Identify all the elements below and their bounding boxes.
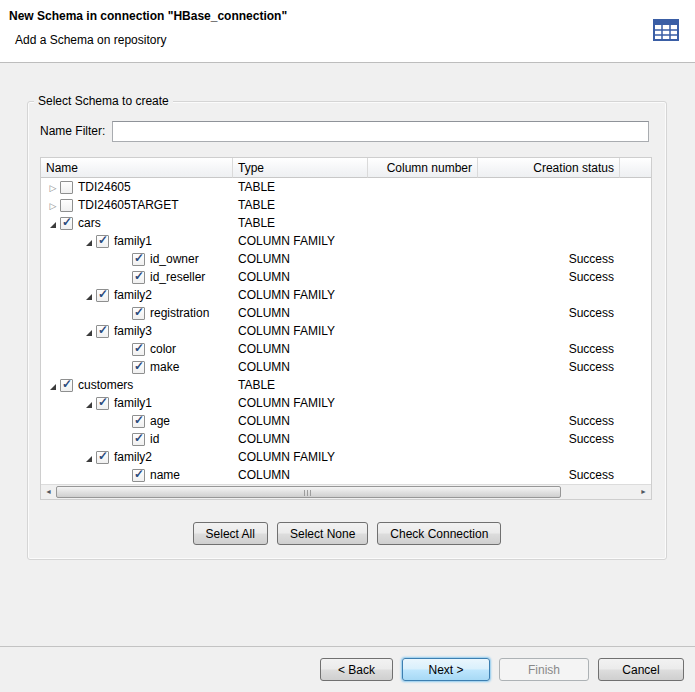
- finish-button[interactable]: Finish: [499, 658, 589, 681]
- row-filler: [620, 268, 651, 286]
- select-schema-group: Select Schema to create Name Filter: Nam…: [27, 101, 667, 560]
- column-header-creation-status[interactable]: Creation status: [478, 158, 620, 178]
- row-name: registration: [150, 306, 209, 320]
- next-button[interactable]: Next >: [402, 658, 490, 681]
- table-row[interactable]: family1COLUMN FAMILY: [41, 394, 651, 412]
- collapse-icon[interactable]: [82, 398, 96, 408]
- expand-icon[interactable]: [46, 180, 60, 195]
- collapse-icon[interactable]: [82, 290, 96, 300]
- cancel-button[interactable]: Cancel: [598, 658, 684, 681]
- row-filler: [620, 448, 651, 466]
- table-row[interactable]: id_resellerCOLUMNSuccess: [41, 268, 651, 286]
- table-row[interactable]: family2COLUMN FAMILY: [41, 448, 651, 466]
- row-type: COLUMN: [233, 358, 368, 376]
- check-connection-button[interactable]: Check Connection: [377, 522, 501, 545]
- row-column-number: [368, 250, 478, 268]
- scroll-right-icon[interactable]: ►: [636, 485, 651, 499]
- row-checkbox[interactable]: [60, 199, 73, 212]
- row-column-number: [368, 268, 478, 286]
- table-row[interactable]: family3COLUMN FAMILY: [41, 322, 651, 340]
- expand-icon[interactable]: [46, 198, 60, 213]
- row-column-number: [368, 394, 478, 412]
- row-checkbox[interactable]: [132, 343, 145, 356]
- row-checkbox[interactable]: [96, 235, 109, 248]
- tree-indent: [41, 295, 82, 296]
- row-checkbox[interactable]: [96, 397, 109, 410]
- row-creation-status: [478, 286, 620, 304]
- tree-indent: [41, 439, 118, 440]
- table-row[interactable]: family2COLUMN FAMILY: [41, 286, 651, 304]
- row-name-cell: id: [41, 430, 233, 448]
- row-creation-status: Success: [478, 250, 620, 268]
- collapse-icon[interactable]: [82, 452, 96, 462]
- table-row[interactable]: TDI24605TABLE: [41, 178, 651, 196]
- row-name: TDI24605: [78, 180, 131, 194]
- column-header-name[interactable]: Name: [41, 158, 233, 178]
- tree-rows: TDI24605TABLETDI24605TARGETTABLEcarsTABL…: [41, 178, 651, 484]
- row-checkbox[interactable]: [132, 361, 145, 374]
- row-column-number: [368, 376, 478, 394]
- scroll-left-icon[interactable]: ◄: [41, 485, 56, 499]
- row-checkbox[interactable]: [132, 253, 145, 266]
- table-row[interactable]: idCOLUMNSuccess: [41, 430, 651, 448]
- row-checkbox[interactable]: [60, 181, 73, 194]
- column-header-type[interactable]: Type: [233, 158, 368, 178]
- row-column-number: [368, 304, 478, 322]
- table-row[interactable]: TDI24605TARGETTABLE: [41, 196, 651, 214]
- column-header-column-number[interactable]: Column number: [368, 158, 478, 178]
- scrollbar-thumb[interactable]: [56, 486, 561, 498]
- table-row[interactable]: ageCOLUMNSuccess: [41, 412, 651, 430]
- row-type: COLUMN FAMILY: [233, 232, 368, 250]
- select-all-button[interactable]: Select All: [193, 522, 268, 545]
- table-row[interactable]: nameCOLUMNSuccess: [41, 466, 651, 484]
- row-checkbox[interactable]: [132, 433, 145, 446]
- row-creation-status: [478, 232, 620, 250]
- horizontal-scrollbar[interactable]: ◄ ►: [41, 484, 651, 499]
- row-checkbox[interactable]: [96, 451, 109, 464]
- row-checkbox[interactable]: [132, 307, 145, 320]
- row-creation-status: Success: [478, 466, 620, 484]
- row-name-cell: customers: [41, 376, 233, 394]
- table-row[interactable]: id_ownerCOLUMNSuccess: [41, 250, 651, 268]
- row-name: id_owner: [150, 252, 199, 266]
- collapse-icon[interactable]: [46, 218, 60, 228]
- table-row[interactable]: colorCOLUMNSuccess: [41, 340, 651, 358]
- table-row[interactable]: family1COLUMN FAMILY: [41, 232, 651, 250]
- row-column-number: [368, 430, 478, 448]
- row-checkbox[interactable]: [96, 325, 109, 338]
- table-row[interactable]: registrationCOLUMNSuccess: [41, 304, 651, 322]
- row-creation-status: [478, 448, 620, 466]
- row-checkbox[interactable]: [132, 271, 145, 284]
- select-none-button[interactable]: Select None: [277, 522, 368, 545]
- name-filter-label: Name Filter:: [40, 124, 112, 138]
- scrollbar-track[interactable]: [561, 485, 636, 499]
- tree-indent: [41, 277, 118, 278]
- row-name: family2: [114, 450, 152, 464]
- table-row[interactable]: customersTABLE: [41, 376, 651, 394]
- row-checkbox[interactable]: [96, 289, 109, 302]
- row-type: TABLE: [233, 214, 368, 232]
- row-type: COLUMN: [233, 412, 368, 430]
- row-checkbox[interactable]: [60, 379, 73, 392]
- wizard-header: New Schema in connection "HBase_connecti…: [0, 0, 695, 63]
- name-filter-input[interactable]: [112, 121, 649, 142]
- table-row[interactable]: makeCOLUMNSuccess: [41, 358, 651, 376]
- row-checkbox[interactable]: [132, 469, 145, 482]
- row-checkbox[interactable]: [60, 217, 73, 230]
- row-name-cell: age: [41, 412, 233, 430]
- back-button[interactable]: < Back: [320, 658, 393, 681]
- collapse-icon[interactable]: [82, 326, 96, 336]
- table-row[interactable]: carsTABLE: [41, 214, 651, 232]
- row-creation-status: [478, 214, 620, 232]
- wizard-button-bar: < Back Next > Finish Cancel: [0, 646, 695, 692]
- collapse-icon[interactable]: [46, 380, 60, 390]
- row-checkbox[interactable]: [132, 415, 145, 428]
- page-title: New Schema in connection "HBase_connecti…: [9, 9, 287, 23]
- row-type: COLUMN FAMILY: [233, 322, 368, 340]
- row-column-number: [368, 448, 478, 466]
- row-type: COLUMN FAMILY: [233, 286, 368, 304]
- row-type: COLUMN: [233, 466, 368, 484]
- row-filler: [620, 214, 651, 232]
- collapse-icon[interactable]: [82, 236, 96, 246]
- row-name-cell: registration: [41, 304, 233, 322]
